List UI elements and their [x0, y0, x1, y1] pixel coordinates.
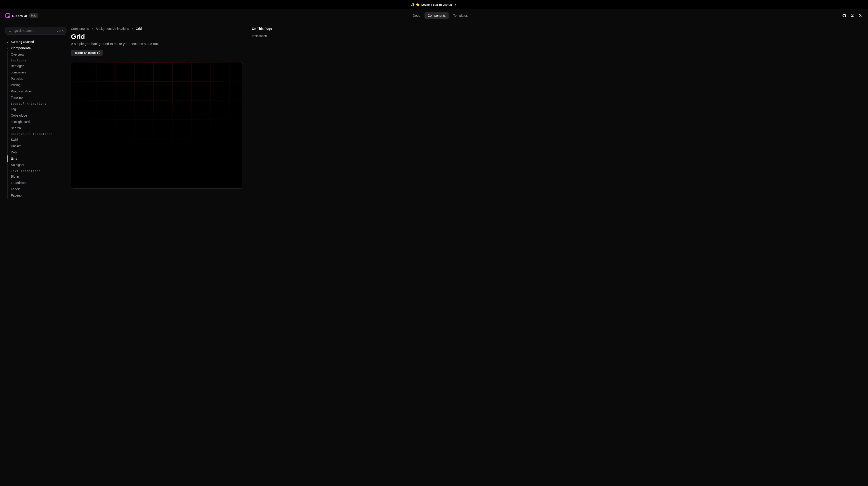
component-preview	[71, 62, 243, 189]
chevron-right-icon	[6, 40, 9, 43]
sidebar-section-getting-started[interactable]: Getting Started	[5, 39, 66, 45]
sidebar-item-no-signal[interactable]: No signal	[8, 162, 66, 168]
chevron-right-icon	[131, 27, 134, 30]
sidebar-item-cobe-globe[interactable]: Cobe globe	[8, 112, 66, 119]
breadcrumb: ComponentsBackground AnimationsGrid	[71, 27, 243, 31]
search-shortcut: Ctrl K	[57, 29, 64, 32]
sidebar-item-tag[interactable]: Tag	[8, 106, 66, 112]
report-label: Report an issue	[74, 51, 96, 55]
logo-icon	[5, 13, 10, 18]
sidebar-item-overview[interactable]: Overview	[8, 51, 66, 58]
github-icon[interactable]	[842, 13, 846, 18]
banner-text: Leave a star in Github	[421, 3, 452, 6]
nav-templates[interactable]: Templates	[450, 12, 471, 19]
sidebar-item-progress-slider[interactable]: Progress slider	[8, 88, 66, 94]
x-twitter-icon[interactable]	[850, 13, 855, 18]
search-input[interactable]: Quick Search... Ctrl K	[5, 27, 66, 35]
header: Eldora UI beta DocsComponentsTemplates	[0, 9, 868, 22]
nav-docs[interactable]: Docs	[410, 12, 423, 19]
sparkle-star-icon: ✨ ⭐	[411, 3, 420, 6]
sidebar-item-hacker[interactable]: Hacker	[8, 143, 66, 149]
sidebar-item-blurin[interactable]: Blurin	[8, 173, 66, 180]
main-nav: DocsComponentsTemplates	[38, 12, 842, 19]
sidebar-group-special-animations: Special Animations	[8, 101, 66, 106]
chevron-right-icon	[91, 27, 94, 30]
chevron-right-icon	[454, 3, 457, 6]
sidebar-item-fadedown[interactable]: Fadedown	[8, 180, 66, 186]
report-issue-button[interactable]: Report an issue	[71, 50, 103, 56]
sidebar-group-background-animations: Background Animations	[8, 131, 66, 136]
sidebar-item-companies[interactable]: companies	[8, 69, 66, 75]
search-icon	[8, 29, 12, 33]
sidebar-item-dots[interactable]: Dots	[8, 149, 66, 156]
sidebar: Quick Search... Ctrl K Getting StartedCo…	[5, 22, 66, 199]
toc-item-installation[interactable]: Installation	[252, 33, 292, 39]
sidebar-item-grid[interactable]: Grid	[7, 156, 66, 162]
crumb-background-animations[interactable]: Background Animations	[96, 27, 129, 31]
table-of-contents: On This Page Installation	[247, 22, 292, 199]
sidebar-item-bentogrid[interactable]: Bentogrid	[8, 63, 66, 69]
sidebar-section-components[interactable]: Components	[5, 45, 66, 51]
main-content: ComponentsBackground AnimationsGrid Grid…	[71, 22, 243, 199]
grid-fade-overlay	[71, 62, 243, 188]
sidebar-item-swirl[interactable]: Swirl	[8, 136, 66, 143]
announcement-banner[interactable]: ✨ ⭐ Leave a star in Github	[0, 0, 868, 9]
sidebar-item-spotlight-card[interactable]: spotlight card	[8, 119, 66, 125]
page-title: Grid	[71, 33, 243, 40]
toc-title: On This Page	[252, 27, 292, 31]
beta-badge: beta	[29, 13, 38, 18]
external-link-icon	[97, 51, 100, 54]
brand-name[interactable]: Eldora UI	[12, 14, 27, 18]
sidebar-group-text-animations: Text Animations	[8, 168, 66, 173]
sidebar-item-pricing[interactable]: Pricing	[8, 82, 66, 88]
sidebar-item-timeline[interactable]: Timeline	[8, 94, 66, 101]
sidebar-group-sections: Sections	[8, 58, 66, 63]
sidebar-item-particles[interactable]: Particles	[8, 75, 66, 82]
sidebar-item-fadein[interactable]: Fadein	[8, 186, 66, 192]
search-placeholder: Quick Search...	[13, 29, 55, 33]
crumb-grid: Grid	[135, 27, 142, 31]
moon-icon[interactable]	[859, 13, 863, 18]
chevron-down-icon	[6, 46, 9, 50]
nav-components[interactable]: Components	[425, 12, 449, 19]
crumb-components[interactable]: Components	[71, 27, 89, 31]
svg-point-0	[9, 30, 11, 32]
page-description: A simple grid background to make your se…	[71, 42, 243, 46]
sidebar-item-search[interactable]: Search	[8, 125, 66, 131]
sidebar-item-fadeup[interactable]: Fadeup	[8, 192, 66, 199]
